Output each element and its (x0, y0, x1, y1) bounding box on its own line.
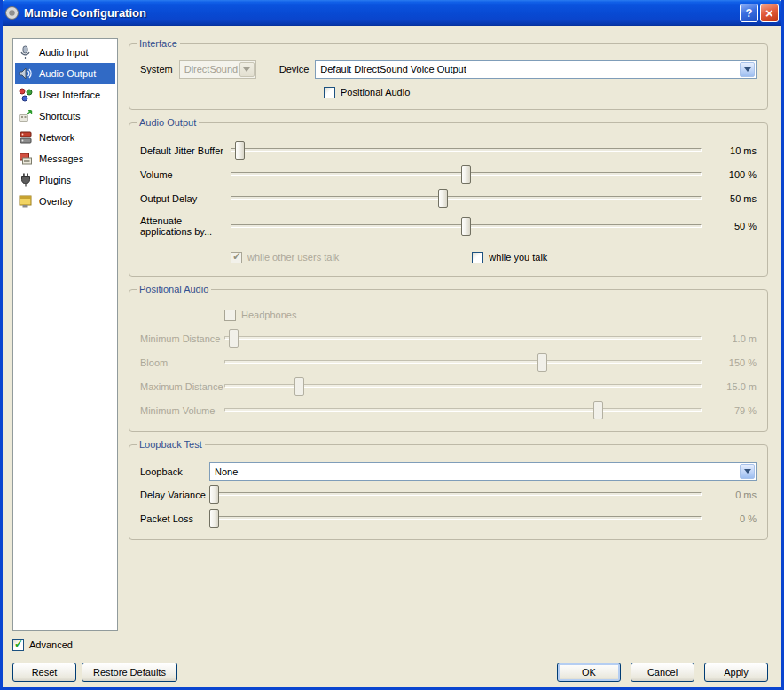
audio-output-icon (18, 66, 34, 82)
output-delay-value: 50 ms (709, 193, 757, 204)
device-combobox-value: Default DirectSound Voice Output (316, 64, 740, 74)
interface-group: Interface System DirectSound Device Defa… (129, 43, 768, 110)
sidebar-item-label: Shortcuts (39, 111, 80, 122)
minimum-volume-row: Minimum Volume 79 % (140, 398, 757, 422)
slider-handle[interactable] (209, 485, 219, 504)
ok-button[interactable]: OK (557, 663, 621, 682)
maximum-distance-slider[interactable] (224, 377, 702, 396)
close-button[interactable]: × (760, 4, 779, 22)
advanced-checkbox[interactable]: ✓ Advanced (12, 639, 73, 651)
group-title: Positional Audio (137, 284, 211, 294)
checkbox-box: ✓ (224, 310, 236, 321)
slider-groove (209, 492, 702, 496)
sidebar-item-messages[interactable]: Messages (15, 148, 115, 169)
slider-groove (231, 148, 702, 152)
sidebar-item-label: Audio Input (39, 47, 89, 58)
volume-label: Volume (140, 169, 231, 180)
settings-category-list: Audio Input Audio Output User Interface (12, 38, 118, 631)
minimum-volume-slider[interactable] (224, 401, 702, 419)
jitter-buffer-label: Default Jitter Buffer (140, 145, 231, 156)
checkbox-label: Headphones (241, 310, 296, 320)
chevron-down-icon[interactable] (239, 62, 255, 77)
bloom-row: Bloom 150 % (140, 350, 757, 374)
system-label: System (140, 64, 173, 74)
apply-button[interactable]: Apply (704, 663, 768, 682)
jitter-buffer-slider[interactable] (231, 141, 702, 160)
positional-audio-checkbox[interactable]: ✓ Positional Audio (324, 87, 410, 98)
delay-variance-row: Delay Variance 0 ms (140, 482, 757, 506)
window-title: Mumble Configuration (24, 6, 738, 20)
slider-handle[interactable] (461, 165, 471, 184)
attenuate-slider[interactable] (231, 217, 702, 236)
slider-handle[interactable] (209, 509, 219, 528)
delay-variance-slider[interactable] (209, 485, 702, 504)
volume-row: Volume 100 % (140, 162, 757, 186)
jitter-buffer-row: Default Jitter Buffer 10 ms (140, 138, 757, 162)
sidebar-item-label: Network (39, 132, 74, 143)
sidebar-item-label: Plugins (39, 175, 71, 185)
loopback-combobox[interactable]: None (209, 462, 757, 481)
help-button[interactable]: ? (740, 4, 758, 22)
group-title: Interface (137, 38, 180, 49)
sidebar-item-network[interactable]: Network (15, 127, 115, 148)
minimum-volume-value: 79 % (709, 405, 757, 416)
chevron-down-icon[interactable] (740, 464, 755, 479)
packet-loss-row: Packet Loss 0 % (140, 506, 757, 530)
mumble-app-icon (4, 5, 20, 20)
network-icon (18, 129, 34, 145)
bloom-slider[interactable] (224, 353, 702, 372)
minimum-distance-slider[interactable] (224, 329, 702, 348)
headphones-checkbox[interactable]: ✓ Headphones (224, 310, 296, 321)
sidebar-item-audio-input[interactable]: Audio Input (15, 42, 115, 63)
sidebar-item-shortcuts[interactable]: Shortcuts (15, 106, 115, 127)
output-delay-slider[interactable] (231, 189, 702, 208)
slider-handle[interactable] (235, 141, 245, 160)
group-title: Audio Output (137, 117, 199, 128)
slider-groove (224, 360, 702, 364)
minimum-distance-row: Minimum Distance 1.0 m (140, 326, 757, 350)
maximum-distance-row: Maximum Distance 15.0 m (140, 374, 757, 398)
sidebar-item-plugins[interactable]: Plugins (15, 169, 115, 191)
volume-value: 100 % (709, 169, 757, 180)
sidebar-item-overlay[interactable]: Overlay (15, 191, 115, 212)
checkbox-label: while you talk (489, 252, 547, 263)
audio-output-group: Audio Output Default Jitter Buffer 10 ms… (129, 122, 768, 277)
cancel-button[interactable]: Cancel (631, 663, 694, 682)
while-you-talk-checkbox[interactable]: ✓ while you talk (472, 252, 547, 263)
output-delay-label: Output Delay (140, 193, 231, 204)
titlebar[interactable]: Mumble Configuration ? × (0, 0, 784, 26)
packet-loss-slider[interactable] (209, 509, 702, 528)
mumble-configuration-window: Mumble Configuration ? × Audio Input Aud… (0, 0, 784, 690)
packet-loss-label: Packet Loss (140, 514, 209, 524)
system-combobox[interactable]: DirectSound (179, 60, 256, 79)
positional-audio-group: Positional Audio ✓ Headphones Minimum Di… (129, 289, 768, 432)
device-label: Device (279, 64, 310, 74)
slider-handle[interactable] (229, 329, 239, 348)
slider-handle[interactable] (294, 377, 304, 396)
volume-slider[interactable] (231, 165, 702, 184)
maximum-distance-label: Maximum Distance (140, 381, 224, 392)
slider-handle[interactable] (537, 353, 547, 372)
bloom-label: Bloom (140, 357, 224, 368)
output-delay-row: Output Delay 50 ms (140, 186, 757, 210)
slider-handle[interactable] (461, 217, 471, 236)
plugins-icon (18, 172, 34, 188)
while-other-users-talk-checkbox[interactable]: ✓ while other users talk (231, 252, 339, 263)
device-combobox[interactable]: Default DirectSound Voice Output (315, 60, 757, 79)
reset-button[interactable]: Reset (12, 663, 76, 682)
messages-icon (18, 151, 34, 167)
sidebar-item-user-interface[interactable]: User Interface (15, 84, 115, 106)
delay-variance-value: 0 ms (709, 490, 757, 500)
slider-groove (224, 408, 702, 412)
slider-handle[interactable] (593, 401, 603, 419)
restore-defaults-button[interactable]: Restore Defaults (82, 663, 177, 682)
minimum-volume-label: Minimum Volume (140, 405, 224, 416)
checkbox-box: ✓ (231, 252, 242, 263)
system-combobox-value: DirectSound (180, 64, 239, 74)
chevron-down-icon[interactable] (740, 62, 755, 77)
minimum-distance-label: Minimum Distance (140, 333, 224, 344)
slider-handle[interactable] (438, 189, 448, 208)
loopback-label: Loopback (140, 467, 209, 477)
sidebar-item-audio-output[interactable]: Audio Output (15, 63, 115, 84)
overlay-icon (18, 193, 34, 209)
